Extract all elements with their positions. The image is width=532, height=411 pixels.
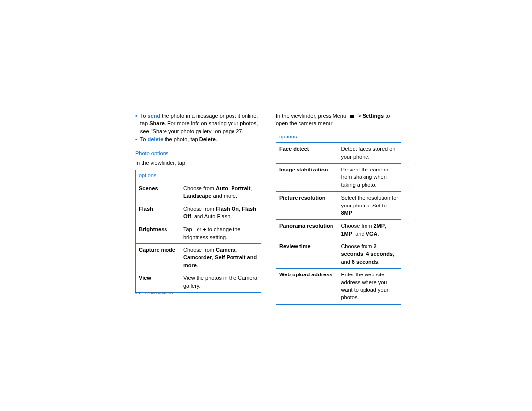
- bold-text: Share: [149, 120, 165, 126]
- document-page: • To send the photo in a message or post…: [135, 112, 401, 305]
- bullet-dot-icon: •: [135, 136, 137, 143]
- bullet-dot-icon: •: [135, 112, 137, 135]
- text: To: [140, 113, 148, 119]
- bold-text: Settings: [363, 113, 384, 119]
- bullet-text: To delete the photo, tap Delete.: [140, 136, 261, 143]
- text: In the viewfinder, press Menu: [276, 113, 348, 119]
- bold-text: Delete: [200, 137, 216, 142]
- table-row: Review time Choose from 2 seconds, 4 sec…: [276, 240, 401, 269]
- option-desc: Choose from 2 seconds, 4 seconds, and 6 …: [338, 240, 401, 269]
- option-label: Face detect: [276, 143, 338, 164]
- option-desc: Tap - or + to change the brightness sett…: [180, 223, 261, 244]
- text: To: [140, 137, 148, 142]
- option-label: Image stabilization: [276, 163, 338, 191]
- option-desc: Enter the web site address where you wan…: [338, 269, 401, 305]
- options-table: options Face detect Detect faces stored …: [276, 131, 401, 305]
- table-row: Panorama resolution Choose from 2MP, 1MP…: [276, 220, 401, 240]
- table-row: View View the photos in the Camera galle…: [136, 272, 261, 293]
- page-number: 26: [135, 291, 140, 295]
- section-title: Photo options: [135, 150, 261, 157]
- action-word: delete: [148, 137, 164, 142]
- option-label: Web upload address: [276, 269, 338, 305]
- right-column: In the viewfinder, press Menu > Settings…: [276, 112, 401, 305]
- option-label: Scenes: [136, 182, 180, 203]
- table-row: Scenes Choose from Auto, Portrait, Lands…: [136, 182, 261, 203]
- table-row: Capture mode Choose from Camera, Camcord…: [136, 244, 261, 272]
- option-label: Brightness: [136, 223, 180, 244]
- option-label: Flash: [136, 203, 180, 223]
- bullet-item: • To delete the photo, tap Delete.: [135, 136, 261, 143]
- action-word: send: [148, 113, 161, 119]
- table-header: options: [276, 131, 401, 142]
- text: >: [356, 113, 363, 119]
- table-row: Face detect Detect faces stored on your …: [276, 143, 401, 164]
- table-row: Picture resolution Select the resolution…: [276, 192, 401, 220]
- left-column: • To send the photo in a message or post…: [135, 112, 261, 305]
- section-name: Photos & videos: [145, 291, 173, 295]
- option-label: Review time: [276, 240, 338, 269]
- text: .: [216, 137, 217, 142]
- bullet-text: To send the photo in a message or post i…: [140, 112, 261, 135]
- options-table: options Scenes Choose from Auto, Portrai…: [135, 170, 261, 293]
- table-header: options: [136, 170, 261, 182]
- intro-text: In the viewfinder, press Menu > Settings…: [276, 112, 401, 128]
- intro-text: In the viewfinder, tap:: [135, 159, 261, 167]
- option-desc: Select the resolution for your photos. S…: [338, 192, 401, 220]
- option-label: Panorama resolution: [276, 220, 338, 240]
- text: the photo, tap: [163, 137, 199, 142]
- bullet-item: • To send the photo in a message or post…: [135, 112, 261, 135]
- option-desc: Detect faces stored on your phone.: [338, 143, 401, 164]
- option-label: View: [136, 272, 180, 293]
- option-desc: View the photos in the Camera gallery.: [180, 272, 261, 293]
- table-row: Image stabilization Prevent the camera f…: [276, 163, 401, 191]
- option-desc: Choose from Flash On, Flash Off, and Aut…: [180, 203, 261, 223]
- option-desc: Prevent the camera from shaking when tak…: [338, 163, 401, 191]
- table-row: Web upload address Enter the web site ad…: [276, 269, 401, 305]
- option-desc: Choose from 2MP, 1MP, and VGA.: [338, 220, 401, 240]
- table-row: Brightness Tap - or + to change the brig…: [136, 223, 261, 244]
- option-label: Capture mode: [136, 244, 180, 272]
- page-footer: 26Photos & videos: [135, 290, 173, 296]
- option-desc: Choose from Auto, Portrait, Landscape an…: [180, 182, 261, 203]
- option-label: Picture resolution: [276, 192, 338, 220]
- option-desc: Choose from Camera, Camcorder, Self Port…: [180, 244, 261, 272]
- menu-icon: [349, 114, 355, 119]
- table-row: Flash Choose from Flash On, Flash Off, a…: [136, 203, 261, 223]
